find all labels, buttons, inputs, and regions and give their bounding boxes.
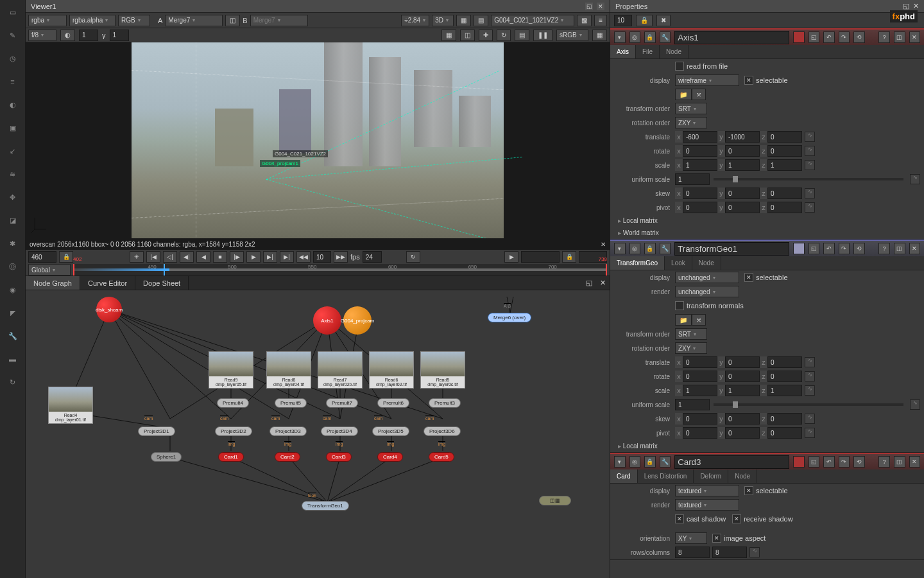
uniform-slider[interactable] [714, 178, 903, 180]
local-matrix-toggle[interactable]: Local matrix [610, 215, 924, 227]
srgb-dropdown[interactable]: sRGB [556, 30, 588, 41]
play-back-icon[interactable]: ◀ [196, 251, 210, 263]
lock-icon[interactable]: 🔒 [644, 456, 656, 468]
copy-icon[interactable]: ◫ [894, 456, 905, 468]
rewind-icon[interactable]: ◀◀ [296, 251, 311, 263]
tab-file[interactable]: File [636, 45, 660, 58]
node-project3d5[interactable]: Project3D5 [372, 426, 409, 436]
alpha-dropdown[interactable]: rgba.alpha [69, 15, 116, 26]
anim-icon[interactable]: ∿ [805, 385, 815, 396]
skew-x-input[interactable] [683, 188, 717, 199]
rotate-y-input[interactable] [725, 371, 760, 382]
float-icon[interactable]: ◱ [585, 3, 593, 10]
loop-icon[interactable]: ↻ [406, 251, 420, 263]
next-key-icon[interactable]: ▶| [263, 251, 277, 263]
redo-icon[interactable]: ↷ [839, 243, 850, 254]
scale-z-input[interactable] [767, 159, 802, 171]
uniform-input[interactable] [675, 173, 710, 185]
float-icon[interactable]: ◱ [809, 31, 820, 43]
rows-input[interactable] [675, 547, 710, 558]
transform-normals-checkbox[interactable] [675, 301, 684, 310]
tab-transformgeo[interactable]: TransformGeo [610, 256, 665, 270]
image-aspect-checkbox[interactable] [712, 534, 721, 543]
undo-icon[interactable]: ↶ [823, 456, 835, 468]
play-step-icon[interactable]: |▶ [230, 251, 244, 263]
first-frame-icon[interactable]: |◀ [146, 251, 160, 263]
pivot-x-input[interactable] [683, 427, 717, 439]
prev-key-icon[interactable]: ◁| [163, 251, 177, 263]
lock-icon[interactable]: 🔒 [644, 243, 656, 254]
rotation-order-dropdown[interactable]: ZXY [675, 117, 707, 128]
pivot-y-input[interactable] [725, 202, 760, 213]
world-matrix-toggle[interactable]: World matrix [610, 227, 924, 239]
revert-icon[interactable]: ⟲ [853, 456, 865, 468]
lock-icon[interactable]: 🔒 [562, 251, 576, 263]
axis-gizmo[interactable] [30, 215, 49, 234]
pivot-x-input[interactable] [683, 202, 717, 213]
fstop-dropdown[interactable]: f/8 [28, 30, 56, 41]
uniform-input[interactable] [675, 399, 710, 410]
snap-icon[interactable]: ⤱ [692, 89, 706, 100]
anim-icon[interactable]: ∿ [805, 414, 815, 424]
pivot-z-input[interactable] [767, 202, 802, 213]
tab-node[interactable]: Node [728, 469, 757, 483]
redo-icon[interactable]: ↷ [839, 31, 850, 43]
node-read8[interactable]: Read8dmp_layer04.tif [266, 351, 311, 389]
scale-y-input[interactable] [725, 385, 760, 396]
revert-icon[interactable]: ⟲ [853, 243, 865, 254]
step-input[interactable] [313, 251, 331, 263]
arrow-icon[interactable]: ↙ [6, 144, 20, 158]
node-card5[interactable]: Card5 [429, 452, 454, 462]
color-swatch[interactable] [793, 456, 805, 468]
tab-axis[interactable]: Axis [610, 45, 636, 58]
node-misc[interactable]: ◫▦ [539, 496, 571, 505]
wrench-icon[interactable]: 🔧 [6, 329, 20, 343]
node-header[interactable]: ▾ ◎ 🔒 🔧 ◱ ↶ ↷ ⟲ ? ◫ ✕ [610, 28, 924, 45]
rotate-z-input[interactable] [767, 145, 802, 157]
help-icon[interactable]: ? [878, 456, 890, 468]
node-projcam[interactable]: G004_projcam [343, 306, 372, 335]
wrench-icon[interactable]: 🔧 [660, 456, 671, 468]
refresh-icon[interactable]: ↻ [6, 375, 20, 389]
skew-y-input[interactable] [725, 188, 760, 199]
anim-icon[interactable]: ∿ [805, 428, 815, 438]
node-read5[interactable]: Read5dmp_layer0c.tif [420, 351, 465, 389]
uniform-slider[interactable] [714, 403, 903, 406]
help-icon[interactable]: ? [878, 31, 890, 43]
center-icon[interactable]: ◎ [629, 243, 641, 254]
tab-nodegraph[interactable]: Node Graph [26, 276, 80, 290]
lock-icon[interactable]: 🔒 [644, 31, 656, 43]
range-input[interactable] [521, 251, 560, 263]
node-header[interactable]: ▾ ◎ 🔒 🔧 ◱ ↶ ↷ ⟲ ? ◫ ✕ [610, 453, 924, 469]
skew-y-input[interactable] [725, 413, 760, 425]
node-axis1[interactable]: Axis1 [313, 306, 341, 335]
revert-icon[interactable]: ⟲ [853, 31, 865, 43]
selectable-checkbox[interactable] [744, 273, 753, 282]
translate-x-input[interactable] [683, 356, 717, 368]
a-input-dropdown[interactable]: Merge7 [165, 15, 223, 26]
anim-icon[interactable]: ∿ [805, 132, 815, 142]
anim-icon[interactable]: ∿ [910, 399, 920, 410]
pause-icon[interactable]: ❚❚ [533, 30, 552, 41]
last-frame-icon[interactable]: ▶| [280, 251, 294, 263]
roi-icon[interactable]: ▦ [456, 15, 471, 26]
node-card4[interactable]: Card4 [377, 452, 403, 462]
skew-z-input[interactable] [767, 413, 802, 425]
channel-dropdown[interactable]: rgba [28, 15, 67, 26]
b-input-dropdown[interactable]: Merge7 [250, 15, 308, 26]
collapse-icon[interactable]: ▾ [614, 31, 626, 43]
wipe-icon[interactable]: ◫ [225, 15, 240, 26]
local-matrix-toggle[interactable]: Local matrix [610, 440, 924, 452]
stop-icon[interactable]: ■ [213, 251, 227, 263]
clip-dropdown[interactable]: G004_C021_1021VZ2 [491, 15, 574, 26]
pivot-z-input[interactable] [767, 427, 802, 439]
camera-icon[interactable]: ▣ [6, 121, 20, 135]
node-premult3[interactable]: Premult3 [429, 398, 461, 408]
tool-icon[interactable]: ✚ [479, 30, 493, 41]
tab-dopesheet[interactable]: Dope Sheet [135, 276, 189, 290]
render-dropdown[interactable]: textured [675, 499, 739, 511]
rotate-z-input[interactable] [767, 371, 802, 382]
anim-icon[interactable]: ∿ [805, 371, 815, 381]
node-project3d4[interactable]: Project3D4 [321, 426, 358, 436]
center-icon[interactable]: ◎ [629, 456, 641, 468]
